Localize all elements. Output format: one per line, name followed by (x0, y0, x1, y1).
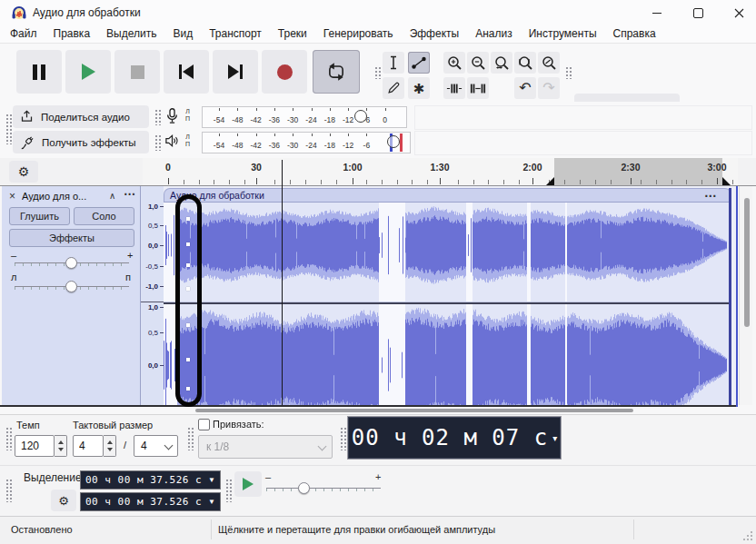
snap-grip[interactable] (187, 427, 194, 450)
playback-meter-grip[interactable] (154, 134, 161, 151)
mute-button[interactable]: Глушить (9, 207, 70, 225)
title-bar[interactable]: Аудио для обработки (0, 0, 756, 25)
vertical-scrollbar-thumb[interactable] (744, 198, 750, 327)
time-display-grip[interactable] (340, 427, 346, 450)
silence-selection-button[interactable] (467, 77, 489, 99)
menu-item[interactable]: Справка (605, 25, 664, 43)
menu-item[interactable]: Генерировать (315, 25, 402, 43)
skip-to-start-button[interactable] (164, 50, 209, 94)
horizontal-scrollbar[interactable] (0, 407, 738, 414)
close-button[interactable] (719, 0, 756, 25)
skip-to-end-icon (228, 64, 243, 79)
close-icon (734, 8, 744, 18)
ruler-major-tick (717, 178, 718, 184)
selection-gear-icon: ⚙ (58, 494, 69, 508)
timeline-options-button[interactable]: ⚙ (9, 161, 38, 183)
denominator-combo[interactable]: 4 (134, 435, 178, 457)
selection-grip[interactable] (5, 479, 12, 502)
track-title[interactable]: Аудио для о... (22, 191, 105, 202)
zoom-toggle-button[interactable] (538, 52, 560, 74)
timeline-ruler[interactable]: 0301:001:302:002:303:00 (143, 158, 738, 185)
play-speed-slider-ticks (266, 489, 381, 491)
play-speed-grip[interactable] (225, 479, 232, 502)
meter-scale-label: -30 (287, 141, 298, 150)
solo-button[interactable]: Соло (74, 207, 134, 225)
record-meter-grip[interactable] (154, 109, 161, 125)
menu-item[interactable]: Транспорт (201, 25, 270, 43)
waveform-canvas[interactable] (164, 203, 731, 405)
horizontal-scrollbar-thumb[interactable] (195, 409, 633, 412)
share-grip[interactable] (5, 114, 12, 144)
menu-item[interactable]: Треки (270, 25, 315, 43)
maximize-button[interactable] (678, 0, 718, 25)
meter-slider-handle[interactable] (387, 135, 400, 148)
redo-button[interactable]: ↷ (538, 77, 560, 99)
share-audio-button[interactable]: Поделиться аудио (13, 105, 149, 128)
play-button[interactable] (65, 50, 111, 94)
playback-meter[interactable]: -54-48-42-36-30-24-18-12-6 (202, 132, 411, 153)
vertical-scrollbar[interactable] (739, 186, 752, 405)
selection-tool-button[interactable] (383, 52, 404, 74)
beats-spinner[interactable] (104, 435, 116, 457)
zoom-selection-button[interactable] (491, 52, 512, 74)
menu-item[interactable]: Файл (2, 25, 45, 43)
meter-scale-tick (219, 108, 220, 111)
stop-button[interactable] (114, 50, 160, 94)
time-format-dropdown-icon[interactable]: ▾ (552, 433, 557, 443)
minimize-button[interactable] (637, 0, 677, 25)
selection-options-button[interactable]: ⚙ (51, 490, 76, 511)
selection-start-field[interactable]: 00 ч 00 м 37.526 с ▼ (80, 470, 221, 490)
audio-position-display[interactable]: 00 ч 02 м 07 с ▾ (347, 416, 562, 460)
time-signature-label: Тактовый размер (73, 420, 153, 430)
track-close-icon[interactable]: × (9, 190, 15, 203)
menu-item[interactable]: Анализ (467, 25, 521, 43)
tempo-input[interactable] (15, 435, 55, 457)
record-meter[interactable]: -54-48-42-36-30-24-18-12-60 (202, 106, 407, 128)
snap-combo[interactable]: к 1/8 (198, 435, 333, 459)
play-at-speed-button[interactable] (234, 471, 262, 497)
tools-grip[interactable] (374, 66, 381, 79)
menu-item[interactable]: Выделить (98, 25, 164, 43)
menu-item[interactable]: Эффекты (402, 25, 468, 43)
undo-button[interactable]: ↶ (514, 77, 536, 99)
selection-end-field[interactable]: 00 ч 00 м 37.526 с ▼ (80, 492, 221, 511)
get-effects-button[interactable]: Получить эффекты (13, 131, 149, 153)
menu-item[interactable]: Правка (45, 25, 99, 43)
multi-tool-button[interactable]: ✱ (408, 77, 430, 99)
snap-checkbox[interactable] (198, 419, 210, 430)
menu-item[interactable]: Вид (164, 25, 201, 43)
meter-scale-label: -18 (324, 141, 335, 150)
track-collapse-icon[interactable]: ∧ (109, 191, 115, 201)
envelope-tool-button[interactable] (408, 52, 430, 74)
track-menu-icon[interactable]: ⋯ (124, 187, 135, 201)
menu-item[interactable]: Инструменты (521, 25, 605, 43)
effects-button[interactable]: Эффекты (9, 229, 134, 247)
draw-tool-button[interactable] (383, 77, 404, 99)
amplitude-ruler[interactable]: 1,00,50,0-0,5-1,01,00,50,0 (141, 186, 164, 405)
play-speed-slider-handle[interactable] (298, 482, 310, 494)
zoom-in-button[interactable] (443, 52, 465, 74)
clip-header[interactable]: Аудио для обработки ⋯ (164, 188, 731, 203)
zoom-out-button[interactable] (467, 52, 489, 74)
loop-handle-right[interactable] (722, 177, 731, 185)
loop-handle-left[interactable] (546, 177, 554, 185)
tempo-spinner[interactable] (55, 435, 67, 457)
loop-button[interactable] (313, 50, 360, 94)
trim-outside-selection-button[interactable] (443, 77, 465, 99)
pause-button[interactable] (16, 50, 62, 94)
meter-slider-handle[interactable] (354, 110, 367, 123)
amp-scale-label: 0,5 (148, 222, 158, 230)
pan-slider-handle[interactable] (65, 281, 77, 292)
window-resize-grip[interactable] (743, 531, 745, 533)
skip-to-end-button[interactable] (213, 50, 258, 94)
clip-menu-icon[interactable]: ⋯ (704, 188, 718, 203)
zoom-fit-button[interactable] (514, 52, 536, 74)
time-signature-grip[interactable] (5, 427, 12, 450)
audio-setup-grip[interactable] (565, 66, 572, 79)
beats-input[interactable] (73, 435, 104, 457)
record-button[interactable] (262, 50, 307, 94)
gain-slider-handle[interactable] (65, 257, 77, 269)
ruler-minor-tick (229, 180, 230, 184)
playback-speaker-icon[interactable] (164, 134, 180, 147)
microphone-icon[interactable] (165, 107, 179, 125)
